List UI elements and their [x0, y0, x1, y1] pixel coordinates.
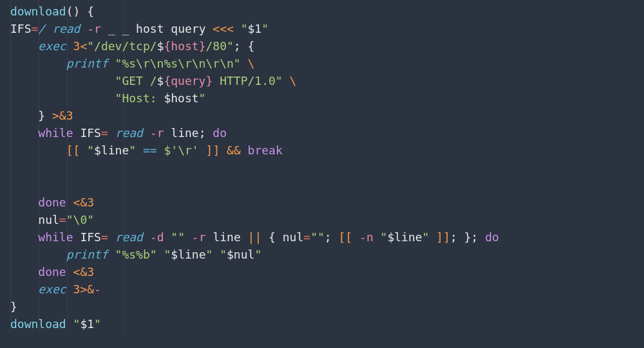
token-str: ': [192, 143, 199, 157]
code-line: "Host: $host": [10, 91, 205, 105]
code-editor[interactable]: download() { IFS=/ read -r _ _ host quer…: [0, 0, 644, 333]
token-interp: $: [157, 39, 164, 53]
code-line: while IFS= read -r line; do: [10, 126, 227, 140]
token-punc: [332, 230, 339, 244]
token-punc: [10, 178, 17, 192]
token-str: ": [381, 230, 388, 244]
token-punc: [206, 126, 213, 140]
token-punc: [220, 143, 227, 157]
token-var: line: [164, 126, 198, 140]
token-kw: printf: [66, 57, 108, 70]
token-punc: [143, 230, 150, 244]
token-str: "%s\r\n%s\r\n\r\n": [115, 57, 241, 70]
token-punc: ;: [450, 230, 457, 244]
token-str: ": [199, 91, 206, 105]
token-var: _ _ host query: [101, 22, 213, 35]
code-line: printf "%s\r\n%s\r\n\r\n" \: [10, 57, 254, 70]
token-punc: [10, 143, 66, 157]
token-punc: [10, 74, 115, 87]
token-logop: &&: [227, 143, 241, 157]
token-ctrl: while: [38, 230, 73, 244]
token-str: ": [129, 143, 136, 157]
token-str: ": [241, 22, 248, 35]
token-str: ": [422, 230, 430, 244]
token-str: ": [254, 248, 261, 261]
token-kw: exec: [38, 282, 66, 296]
token-num: 3: [66, 109, 73, 122]
token-punc: ; {: [234, 39, 255, 53]
token-punc: [80, 22, 87, 35]
token-punc: [136, 143, 143, 157]
code-line: printf "%s%b" "$line" "$nul": [10, 248, 261, 261]
code-line: exec 3<"/dev/tcp/${host}/80"; {: [10, 39, 254, 53]
token-ctrl: done: [38, 196, 66, 209]
token-flag: -d: [150, 230, 164, 244]
token-interp: $line: [387, 230, 422, 244]
token-brace-var: {host}: [164, 39, 205, 53]
token-str: ": [73, 317, 80, 331]
code-line: [10, 161, 17, 174]
token-str: "": [171, 230, 185, 244]
token-cmp: ==: [143, 143, 157, 157]
token-str: "": [310, 230, 325, 244]
token-punc: ;: [199, 126, 206, 140]
token-func: download: [10, 5, 66, 18]
token-str: ": [205, 248, 213, 261]
token-op-red: =: [101, 126, 108, 140]
token-flag: -r: [87, 22, 101, 35]
token-flag: -r: [192, 230, 206, 244]
token-ctrl: do: [485, 230, 499, 244]
token-punc: ;: [471, 230, 478, 244]
token-punc: [10, 265, 38, 279]
token-var: line: [206, 230, 248, 244]
token-punc: [10, 196, 38, 209]
token-str: "/dev/tcp/: [87, 39, 156, 53]
token-punc: }: [457, 230, 471, 244]
code-line: download "$1": [10, 317, 101, 331]
token-punc: [143, 126, 150, 140]
token-redir: <&: [73, 196, 88, 209]
token-func: download: [10, 317, 73, 331]
token-kw: read: [115, 126, 143, 140]
token-assign: IFS: [10, 22, 32, 35]
token-punc: [185, 230, 192, 244]
token-str: \r: [178, 143, 192, 157]
token-punc: [241, 143, 248, 157]
token-op-red: =: [32, 22, 39, 35]
code-line: nul="\0": [10, 213, 94, 226]
token-punc: [66, 265, 73, 279]
token-interp: $nul: [227, 248, 254, 261]
token-ctrl: done: [38, 265, 66, 279]
token-num: 3: [73, 39, 80, 53]
code-line: done <&3: [10, 265, 94, 279]
token-op-red: =: [101, 230, 108, 244]
token-punc: [164, 230, 171, 244]
token-interp: $line: [171, 248, 205, 261]
token-flag: -r: [150, 126, 164, 140]
code-block: download() { IFS=/ read -r _ _ host quer…: [10, 5, 499, 331]
token-str: ": [261, 22, 269, 35]
token-punc: [108, 126, 115, 140]
token-dbrk: ]]: [206, 143, 220, 157]
token-redir: >&: [52, 109, 66, 122]
token-str: ": [87, 143, 94, 157]
token-var: { nul: [261, 230, 303, 244]
token-punc: [108, 248, 115, 261]
token-punc: [80, 143, 87, 157]
token-dbrk: [[: [339, 230, 353, 244]
token-punc: [66, 196, 73, 209]
token-punc: }: [10, 109, 52, 122]
token-str: "GET /: [115, 74, 157, 87]
token-bs: \: [290, 74, 297, 87]
token-dbrk: ]]: [436, 230, 450, 244]
token-num: 3: [87, 265, 94, 279]
token-interp: $: [157, 74, 164, 87]
code-line: IFS=/ read -r _ _ host query <<< "$1": [10, 22, 269, 35]
token-punc: [374, 230, 381, 244]
token-kw: read: [52, 22, 80, 35]
token-punc: [157, 248, 164, 261]
token-punc: [10, 91, 115, 105]
token-flag: -n: [359, 230, 374, 244]
token-punc: [234, 22, 241, 35]
token-punc: [10, 57, 66, 70]
